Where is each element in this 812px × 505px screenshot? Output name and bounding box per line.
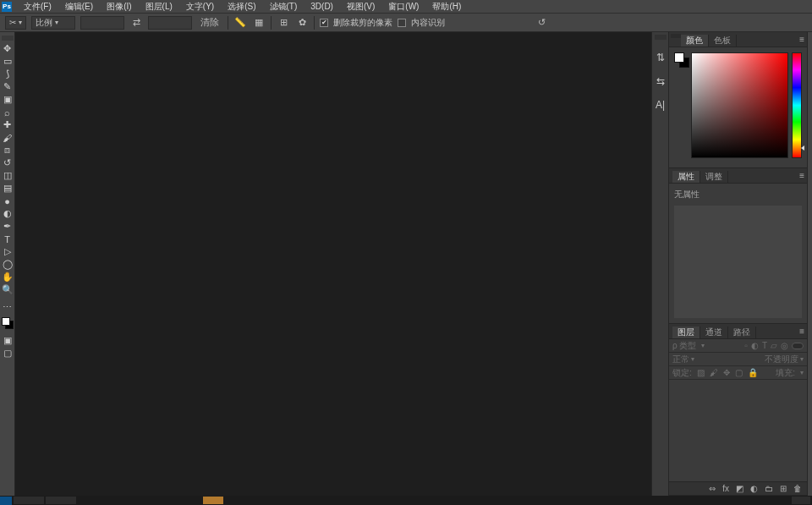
menu-edit[interactable]: 编辑(E) bbox=[58, 0, 100, 13]
menu-image[interactable]: 图像(I) bbox=[100, 0, 138, 13]
panel-fgbg-swatches[interactable] bbox=[674, 52, 688, 162]
history-brush-tool[interactable]: ↺ bbox=[0, 156, 15, 169]
new-group-icon[interactable]: 🗀 bbox=[765, 484, 773, 493]
taskbar-item-active[interactable] bbox=[203, 497, 223, 504]
system-tray[interactable] bbox=[792, 497, 810, 504]
menu-type[interactable]: 文字(Y) bbox=[179, 0, 221, 13]
filter-type-icon[interactable]: T bbox=[762, 341, 767, 350]
quick-select-tool[interactable]: ✎ bbox=[0, 80, 15, 93]
filter-toggle[interactable] bbox=[792, 343, 804, 349]
lock-position-icon[interactable]: ✥ bbox=[723, 368, 730, 377]
menu-select[interactable]: 选择(S) bbox=[221, 0, 262, 13]
hue-slider[interactable] bbox=[792, 52, 802, 158]
menu-view[interactable]: 视图(V) bbox=[340, 0, 381, 13]
panel-fg-swatch[interactable] bbox=[674, 52, 684, 63]
toolbox-collapse-handle[interactable] bbox=[2, 36, 14, 41]
delete-cropped-label: 删除裁剪的像素 bbox=[333, 17, 392, 29]
panel-menu-icon[interactable]: ≡ bbox=[799, 327, 804, 336]
adjustment-layer-icon[interactable]: ◐ bbox=[750, 484, 758, 493]
swap-dimensions-icon[interactable]: ⇄ bbox=[129, 16, 143, 30]
paths-tab[interactable]: 路径 bbox=[728, 327, 756, 338]
adjustments-panel-icon[interactable]: ⇆ bbox=[656, 75, 665, 87]
taskbar-item[interactable] bbox=[14, 497, 44, 504]
filter-shape-icon[interactable]: ▱ bbox=[771, 341, 777, 350]
properties-tab[interactable]: 属性 bbox=[672, 171, 700, 183]
zoom-tool[interactable]: 🔍 bbox=[0, 283, 15, 296]
clear-button[interactable]: 清除 bbox=[197, 16, 222, 30]
menu-3d[interactable]: 3D(D) bbox=[304, 0, 340, 13]
layer-mask-icon[interactable]: ◩ bbox=[736, 484, 743, 493]
color-tab[interactable]: 颜色 bbox=[681, 35, 709, 47]
height-field[interactable] bbox=[148, 16, 192, 30]
quickmask-toggle[interactable]: ▣ bbox=[0, 334, 15, 347]
overlay-options-icon[interactable]: ▦ bbox=[252, 16, 266, 30]
lock-transparency-icon[interactable]: ▨ bbox=[697, 368, 705, 377]
tool-preset-dropdown[interactable]: ✂ ▾ bbox=[5, 16, 26, 30]
eraser-tool[interactable]: ◫ bbox=[0, 169, 15, 182]
content-aware-checkbox[interactable] bbox=[398, 19, 406, 27]
filter-pixel-icon[interactable]: ▫ bbox=[744, 341, 748, 350]
menu-window[interactable]: 窗口(W) bbox=[381, 0, 425, 13]
delete-cropped-checkbox[interactable] bbox=[320, 19, 328, 27]
settings-gear-icon[interactable]: ✿ bbox=[295, 16, 309, 30]
menu-layer[interactable]: 图层(L) bbox=[139, 0, 179, 13]
dock-collapse-handle[interactable] bbox=[655, 35, 667, 40]
dodge-tool[interactable]: ◐ bbox=[0, 207, 15, 220]
edit-toolbar[interactable]: ⋯ bbox=[0, 301, 15, 314]
lock-artboard-icon[interactable]: ▢ bbox=[735, 368, 743, 377]
saturation-value-picker[interactable] bbox=[691, 52, 788, 158]
blend-mode-dropdown[interactable]: 正常 bbox=[672, 354, 689, 365]
brush-tool[interactable]: 🖌 bbox=[0, 131, 15, 144]
crop-tool[interactable]: ▣ bbox=[0, 93, 15, 106]
start-button[interactable] bbox=[0, 497, 12, 505]
app-logo: Ps bbox=[2, 2, 12, 12]
lasso-tool[interactable]: ⟆ bbox=[0, 68, 15, 80]
move-tool[interactable]: ✥ bbox=[0, 42, 15, 55]
color-swatches[interactable] bbox=[2, 317, 14, 329]
hand-tool[interactable]: ✋ bbox=[0, 271, 15, 283]
screenmode-toggle[interactable]: ▢ bbox=[0, 347, 15, 360]
panel-menu-icon[interactable]: ≡ bbox=[799, 171, 804, 180]
document-canvas[interactable] bbox=[15, 32, 651, 496]
eyedropper-tool[interactable]: ⌕ bbox=[0, 106, 15, 118]
new-layer-icon[interactable]: ⊞ bbox=[780, 484, 787, 493]
panel-scrollbar[interactable] bbox=[807, 32, 812, 496]
layers-tab[interactable]: 图层 bbox=[672, 327, 700, 338]
filter-smart-icon[interactable]: ◎ bbox=[781, 341, 788, 350]
type-tool[interactable]: T bbox=[0, 233, 15, 245]
adjustments-tab[interactable]: 调整 bbox=[700, 171, 728, 183]
lock-label: 锁定: bbox=[672, 367, 692, 379]
foreground-color-swatch[interactable] bbox=[2, 317, 10, 326]
crop-tool-icon: ✂ bbox=[9, 18, 16, 27]
taskbar-item[interactable] bbox=[46, 497, 76, 504]
pen-tool[interactable]: ✒ bbox=[0, 220, 15, 233]
menu-file[interactable]: 文件(F) bbox=[17, 0, 58, 13]
blur-tool[interactable]: ● bbox=[0, 195, 15, 207]
character-panel-icon[interactable]: A| bbox=[656, 99, 665, 111]
grid-options-icon[interactable]: ⊞ bbox=[277, 16, 290, 30]
link-layers-icon[interactable]: ⇔ bbox=[709, 484, 716, 493]
channels-tab[interactable]: 通道 bbox=[700, 327, 728, 338]
swatches-tab[interactable]: 色板 bbox=[709, 35, 737, 47]
menu-filter[interactable]: 滤镜(T) bbox=[263, 0, 304, 13]
healing-brush-tool[interactable]: ✚ bbox=[0, 118, 15, 131]
menu-help[interactable]: 帮助(H) bbox=[425, 0, 468, 13]
panel-menu-icon[interactable]: ≡ bbox=[799, 35, 804, 44]
layer-style-icon[interactable]: fx bbox=[722, 484, 729, 493]
path-select-tool[interactable]: ▷ bbox=[0, 245, 15, 258]
delete-layer-icon[interactable]: 🗑 bbox=[793, 484, 802, 493]
gradient-tool[interactable]: ▤ bbox=[0, 182, 15, 195]
filter-adjust-icon[interactable]: ◐ bbox=[751, 341, 759, 350]
clone-stamp-tool[interactable]: ⧈ bbox=[0, 144, 15, 156]
lock-all-icon[interactable]: 🔒 bbox=[748, 368, 758, 377]
history-panel-icon[interactable]: ⇅ bbox=[656, 52, 665, 63]
chevron-down-icon[interactable]: ▾ bbox=[701, 342, 705, 349]
shape-tool[interactable]: ◯ bbox=[0, 258, 15, 271]
straighten-icon[interactable]: 📏 bbox=[233, 16, 247, 30]
aspect-ratio-dropdown[interactable]: 比例 ▾ bbox=[31, 16, 75, 30]
reset-icon[interactable]: ↺ bbox=[535, 16, 548, 30]
marquee-tool[interactable]: ▭ bbox=[0, 55, 15, 68]
width-field[interactable] bbox=[80, 16, 124, 30]
panel-collapse-handle[interactable] bbox=[671, 34, 681, 38]
lock-pixels-icon[interactable]: 🖌 bbox=[710, 368, 718, 377]
